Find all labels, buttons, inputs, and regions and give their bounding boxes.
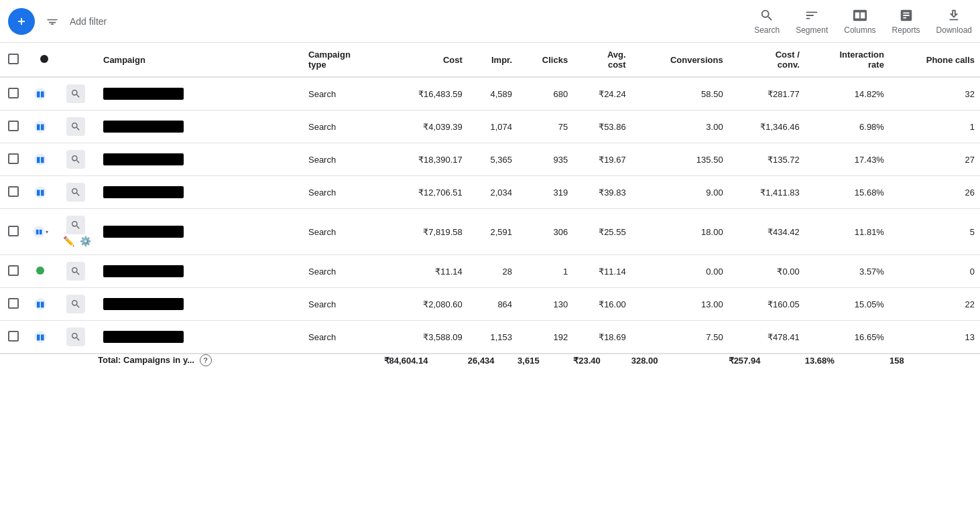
row-avg-cost-4: ₹25.55 xyxy=(573,209,631,255)
row-impr-2: 5,365 xyxy=(468,143,517,176)
status-pause-icon[interactable]: ▮▮ xyxy=(34,331,46,343)
select-all-checkbox[interactable] xyxy=(8,54,19,64)
campaign-type-7: Search xyxy=(303,321,384,354)
header-avg-cost[interactable]: Avg.cost xyxy=(573,43,631,77)
magnify-button-0[interactable] xyxy=(66,84,85,103)
columns-action-button[interactable]: Columns xyxy=(844,8,875,35)
header-checkbox-col[interactable] xyxy=(0,43,27,77)
row-status-7[interactable]: ▮▮ xyxy=(27,321,54,354)
reports-action-button[interactable]: Reports xyxy=(892,8,920,35)
row-icon-0[interactable] xyxy=(54,77,98,110)
row-icon-7[interactable] xyxy=(54,321,98,354)
row-phone-calls-2: 27 xyxy=(890,143,980,176)
row-icon-6[interactable] xyxy=(54,288,98,321)
row-checkbox-1[interactable] xyxy=(0,110,27,143)
campaign-type-4: Search xyxy=(303,209,384,255)
segment-label: Segment xyxy=(796,25,828,35)
status-pause-icon[interactable]: ▮▮ xyxy=(34,186,46,198)
search-action-button[interactable]: Search xyxy=(754,8,780,35)
magnify-button-2[interactable] xyxy=(66,150,85,169)
header-campaign-type[interactable]: Campaigntype xyxy=(303,43,384,77)
status-pause-icon[interactable]: ▮▮ xyxy=(34,88,46,100)
header-clicks[interactable]: Clicks xyxy=(517,43,573,77)
row-icon-2[interactable] xyxy=(54,143,98,176)
total-checkbox-col xyxy=(0,354,27,366)
edit-icon-4[interactable]: ✏️ xyxy=(62,234,76,248)
row-avg-cost-5: ₹11.14 xyxy=(573,255,631,288)
campaign-name-7 xyxy=(98,321,303,354)
row-cost-conv-4: ₹434.42 xyxy=(729,209,805,255)
total-conversions: 328.00 xyxy=(631,354,729,366)
row-cost-conv-0: ₹281.77 xyxy=(729,77,805,110)
settings-icon-4[interactable]: ⚙️ xyxy=(78,234,93,248)
row-interaction-rate-1: 6.98% xyxy=(805,110,890,143)
total-clicks: 3,615 xyxy=(517,354,573,366)
segment-action-button[interactable]: Segment xyxy=(796,8,828,35)
magnify-button-7[interactable] xyxy=(66,327,85,346)
row-icon-3[interactable] xyxy=(54,176,98,209)
status-pause-icon[interactable]: ▮▮ xyxy=(34,121,46,133)
row-checkbox-7[interactable] xyxy=(0,321,27,354)
row-impr-4: 2,591 xyxy=(468,209,517,255)
row-icon-1[interactable] xyxy=(54,110,98,143)
table-row: ▮▮ ▾ ✏️ ⚙️ Search₹7,819.582,591306₹25.55… xyxy=(0,209,980,255)
magnify-button-4[interactable] xyxy=(66,216,85,234)
header-phone-calls[interactable]: Phone calls xyxy=(890,43,980,77)
row-status-1[interactable]: ▮▮ xyxy=(27,110,54,143)
table-row: ▮▮ Search₹2,080.60864130₹16.0013.00₹160.… xyxy=(0,288,980,321)
row-cost-1: ₹4,039.39 xyxy=(384,110,468,143)
total-interaction-rate: 13.68% xyxy=(805,354,890,366)
header-interaction-rate[interactable]: Interactionrate xyxy=(805,43,890,77)
row-conversions-5: 0.00 xyxy=(631,255,729,288)
header-campaign[interactable]: Campaign xyxy=(98,43,303,77)
row-checkbox-0[interactable] xyxy=(0,77,27,110)
header-cost-conv[interactable]: Cost /conv. xyxy=(729,43,805,77)
row-status-3[interactable]: ▮▮ xyxy=(27,176,54,209)
row-impr-5: 28 xyxy=(468,255,517,288)
row-avg-cost-0: ₹24.24 xyxy=(573,77,631,110)
add-filter-label: Add filter xyxy=(70,16,107,27)
row-checkbox-2[interactable] xyxy=(0,143,27,176)
status-pause-icon[interactable]: ▮▮ xyxy=(34,153,46,165)
row-phone-calls-6: 22 xyxy=(890,288,980,321)
header-impr[interactable]: Impr. xyxy=(468,43,517,77)
row-status-2[interactable]: ▮▮ xyxy=(27,143,54,176)
header-cost[interactable]: Cost xyxy=(384,43,468,77)
row-cost-5: ₹11.14 xyxy=(384,255,468,288)
row-checkbox-3[interactable] xyxy=(0,176,27,209)
total-type xyxy=(303,354,384,366)
row-checkbox-5[interactable] xyxy=(0,255,27,288)
row-interaction-rate-5: 3.57% xyxy=(805,255,890,288)
row-status-4[interactable]: ▮▮ ▾ xyxy=(27,209,54,255)
row-phone-calls-5: 0 xyxy=(890,255,980,288)
row-checkbox-4[interactable] xyxy=(0,209,27,255)
status-pause-arrow[interactable]: ▮▮ ▾ xyxy=(33,226,48,238)
toolbar: Add filter Search Segment Columns Report… xyxy=(0,0,980,43)
add-button[interactable] xyxy=(8,8,35,35)
row-cost-conv-5: ₹0.00 xyxy=(729,255,805,288)
magnify-button-1[interactable] xyxy=(66,117,85,136)
row-checkbox-6[interactable] xyxy=(0,288,27,321)
row-cost-4: ₹7,819.58 xyxy=(384,209,468,255)
row-conversions-0: 58.50 xyxy=(631,77,729,110)
status-active-icon[interactable] xyxy=(36,267,44,275)
row-icon-4[interactable]: ✏️ ⚙️ xyxy=(54,209,98,255)
campaign-name-0 xyxy=(98,77,303,110)
magnify-button-6[interactable] xyxy=(66,295,85,313)
magnify-button-3[interactable] xyxy=(66,183,85,202)
campaign-name-2 xyxy=(98,143,303,176)
total-avg-cost: ₹23.40 xyxy=(573,354,631,366)
status-pause-icon[interactable]: ▮▮ xyxy=(34,298,46,310)
total-icon-col xyxy=(54,354,98,366)
header-conversions[interactable]: Conversions xyxy=(631,43,729,77)
row-status-6[interactable]: ▮▮ xyxy=(27,288,54,321)
row-icon-5[interactable] xyxy=(54,255,98,288)
download-action-button[interactable]: Download xyxy=(936,8,972,35)
row-conversions-7: 7.50 xyxy=(631,321,729,354)
row-status-5[interactable] xyxy=(27,255,54,288)
magnify-button-5[interactable] xyxy=(66,262,85,281)
filter-button[interactable] xyxy=(40,12,64,31)
row-impr-3: 2,034 xyxy=(468,176,517,209)
total-help-icon[interactable]: ? xyxy=(200,354,212,366)
row-status-0[interactable]: ▮▮ xyxy=(27,77,54,110)
